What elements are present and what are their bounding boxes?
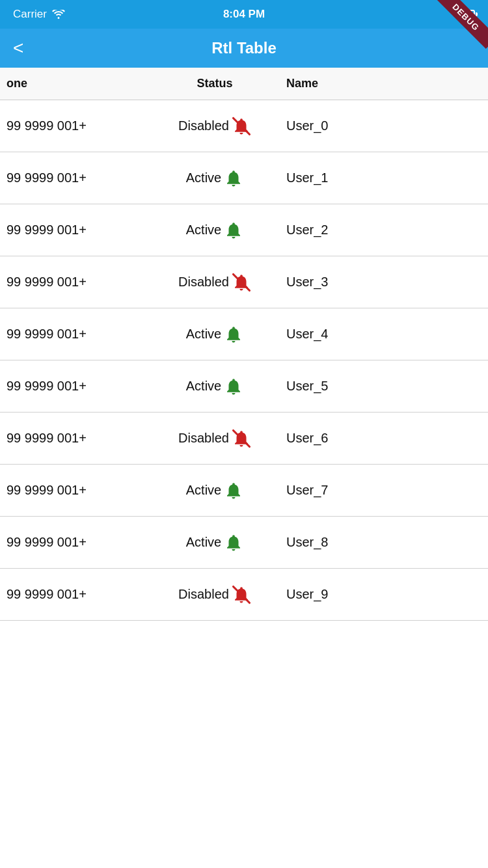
row-phone-9: 99 9999 001+	[0, 587, 143, 602]
row-status-4: Active	[143, 325, 286, 344]
row-status-1: Active	[143, 169, 286, 188]
row-status-3: Disabled	[143, 273, 286, 292]
row-status-6: Disabled	[143, 429, 286, 448]
bell-disabled-icon	[232, 429, 251, 448]
row-name-0: User_0	[286, 118, 488, 133]
row-phone-1: 99 9999 001+	[0, 170, 143, 185]
wifi-icon	[52, 10, 65, 19]
bell-active-icon	[224, 325, 243, 344]
row-phone-0: 99 9999 001+	[0, 118, 143, 133]
bell-active-icon	[224, 377, 243, 396]
row-phone-2: 99 9999 001+	[0, 223, 143, 237]
row-status-0: Disabled	[143, 116, 286, 136]
status-label-0: Disabled	[178, 118, 229, 133]
status-label-7: Active	[186, 483, 221, 498]
debug-badge-container: DEBUG	[436, 0, 488, 52]
status-bar: Carrier 8:04 PM DEBUG	[0, 0, 488, 29]
status-label-5: Active	[186, 379, 221, 394]
bell-active-icon	[224, 533, 243, 552]
table-row[interactable]: 99 9999 001+ Active User_2	[0, 204, 488, 256]
table-row[interactable]: 99 9999 001+ Disabled User_6	[0, 413, 488, 465]
row-phone-7: 99 9999 001+	[0, 483, 143, 498]
table-row[interactable]: 99 9999 001+ Disabled User_9	[0, 569, 488, 621]
page-title: Rtl Table	[211, 39, 277, 57]
bell-active-icon	[224, 481, 243, 500]
row-phone-5: 99 9999 001+	[0, 379, 143, 394]
row-name-1: User_1	[286, 170, 488, 185]
back-button[interactable]: <	[13, 39, 23, 57]
row-name-9: User_9	[286, 587, 488, 602]
bell-disabled-icon	[232, 273, 251, 292]
bell-disabled-icon	[232, 116, 251, 136]
row-name-4: User_4	[286, 327, 488, 342]
row-status-7: Active	[143, 481, 286, 500]
row-name-7: User_7	[286, 483, 488, 498]
status-label-2: Active	[186, 223, 221, 237]
debug-badge: DEBUG	[436, 0, 488, 49]
row-name-6: User_6	[286, 431, 488, 446]
table-row[interactable]: 99 9999 001+ Active User_7	[0, 465, 488, 517]
row-status-8: Active	[143, 533, 286, 552]
row-status-2: Active	[143, 221, 286, 240]
status-label-9: Disabled	[178, 587, 229, 602]
status-label-4: Active	[186, 327, 221, 342]
row-phone-8: 99 9999 001+	[0, 535, 143, 550]
col-header-name: Name	[286, 77, 488, 90]
status-label-1: Active	[186, 170, 221, 185]
status-label-3: Disabled	[178, 275, 229, 290]
table-row[interactable]: 99 9999 001+ Disabled User_0	[0, 100, 488, 152]
row-name-3: User_3	[286, 275, 488, 290]
col-header-phone: one	[0, 77, 143, 90]
bell-active-icon	[224, 169, 243, 188]
carrier-label: Carrier	[13, 8, 47, 21]
status-bar-time: 8:04 PM	[223, 8, 265, 21]
row-phone-4: 99 9999 001+	[0, 327, 143, 342]
row-phone-3: 99 9999 001+	[0, 275, 143, 290]
status-label-6: Disabled	[178, 431, 229, 446]
table-row[interactable]: 99 9999 001+ Active User_1	[0, 152, 488, 204]
row-status-5: Active	[143, 377, 286, 396]
row-status-9: Disabled	[143, 585, 286, 604]
row-phone-6: 99 9999 001+	[0, 431, 143, 446]
col-header-status: Status	[143, 77, 286, 90]
status-bar-left: Carrier	[13, 8, 65, 21]
row-name-5: User_5	[286, 379, 488, 394]
status-label-8: Active	[186, 535, 221, 550]
table-row[interactable]: 99 9999 001+ Active User_8	[0, 517, 488, 569]
table-row[interactable]: 99 9999 001+ Active User_5	[0, 360, 488, 413]
table-row[interactable]: 99 9999 001+ Active User_4	[0, 308, 488, 360]
nav-bar: < Rtl Table	[0, 29, 488, 68]
bell-active-icon	[224, 221, 243, 240]
bell-disabled-icon	[232, 585, 251, 604]
table-header: one Status Name	[0, 68, 488, 100]
row-name-8: User_8	[286, 535, 488, 550]
table-body: 99 9999 001+ Disabled User_0 99 9999 001…	[0, 100, 488, 621]
row-name-2: User_2	[286, 223, 488, 237]
table-row[interactable]: 99 9999 001+ Disabled User_3	[0, 256, 488, 308]
